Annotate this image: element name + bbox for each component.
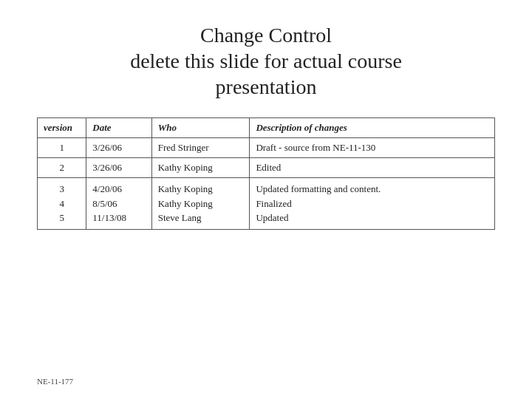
row2-date: 3/26/06 [86,158,151,178]
main-title: Change Control delete this slide for act… [130,22,402,100]
table-row: 1 3/26/06 Fred Stringer Draft - source f… [38,138,495,158]
title-line3: presentation [216,75,317,98]
title-line1: Change Control [200,24,332,47]
header-description: Description of changes [250,118,495,138]
row2-version: 2 [38,158,86,178]
table-row: 345 4/20/068/5/0611/13/08 Kathy KopingKa… [38,178,495,230]
page-container: Change Control delete this slide for act… [0,0,532,399]
title-area: Change Control delete this slide for act… [130,22,402,100]
row1-date: 3/26/06 [86,138,151,158]
change-table: version Date Who Description of changes … [37,117,495,230]
row345-who: Kathy KopingKathy KopingSteve Lang [151,178,250,230]
header-who: Who [151,118,250,138]
row2-who: Kathy Koping [151,158,250,178]
row345-version: 345 [38,178,86,230]
row345-description: Updated formatting and content.Finalized… [250,178,495,230]
row2-description: Edited [250,158,495,178]
header-version: version [38,118,86,138]
title-line2: delete this slide for actual course [130,50,402,72]
row345-date: 4/20/068/5/0611/13/08 [86,178,151,230]
table-header-row: version Date Who Description of changes [38,118,495,138]
row1-description: Draft - source from NE-11-130 [250,138,495,158]
table-row: 2 3/26/06 Kathy Koping Edited [38,158,495,178]
header-date: Date [86,118,151,138]
row1-version: 1 [38,138,86,158]
row1-who: Fred Stringer [151,138,250,158]
footer-label: NE-11-177 [37,377,73,386]
